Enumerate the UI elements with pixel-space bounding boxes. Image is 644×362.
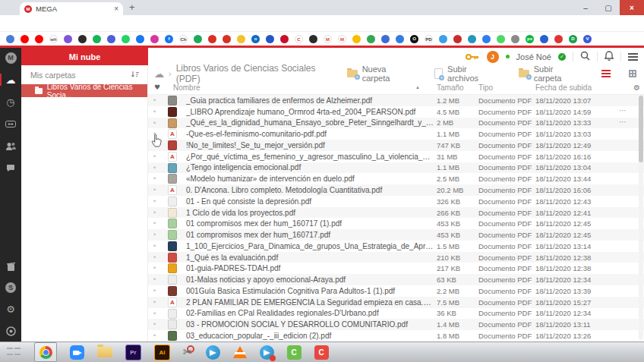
file-name[interactable]: 01 compromisos mex der hum_160717.pdf (186, 231, 434, 239)
contacts-icon[interactable] (5, 140, 17, 152)
list-view-icon[interactable] (601, 70, 611, 77)
bookmark-icon[interactable] (223, 35, 231, 43)
file-name[interactable]: 02-Familias en CPal Realidades regionale… (186, 309, 434, 317)
table-row[interactable]: • ¿Tengo inteligencia emocional.pdf 1.1 … (148, 162, 644, 174)
bookmark-icon[interactable] (21, 35, 29, 43)
notifications-bell-icon[interactable] (605, 50, 614, 64)
table-row[interactable]: • _Guia practica familiares de enfermos … (148, 95, 644, 106)
bookmark-icon[interactable]: PD (425, 35, 433, 43)
bookmark-icon[interactable] (352, 35, 361, 43)
file-name[interactable]: _Qué_es_la_dignidad_humana_Ensayo_sobre_… (186, 118, 434, 127)
sort-icon[interactable] (131, 71, 140, 80)
column-settings-gear-icon[interactable]: ⚙ (633, 83, 640, 92)
taskbar-camtasia-recorder-icon[interactable]: C (314, 345, 329, 360)
new-folder-button[interactable]: + Nueva carpeta (347, 65, 416, 83)
bookmark-icon[interactable] (6, 35, 14, 43)
table-row[interactable]: • 01 compromisos mex der hum_160717 (1).… (148, 218, 644, 229)
favorite-dot-icon[interactable]: • (153, 96, 156, 104)
favorite-dot-icon[interactable]: • (153, 275, 156, 283)
taskbar-snipping-icon[interactable]: ✂ (183, 345, 193, 359)
bookmark-icon[interactable]: px (526, 35, 534, 43)
bookmark-icon[interactable] (194, 35, 202, 43)
table-row[interactable]: • _Qué_es_la_dignidad_humana_Ensayo_sobr… (148, 118, 644, 129)
favorite-dot-icon[interactable]: • (153, 242, 156, 250)
file-name[interactable]: 2 PLAN FAMILIAR DE EMERGENCIA La Segurid… (186, 298, 434, 307)
row-menu-button[interactable]: ⋯ (619, 106, 627, 115)
favorite-dot-icon[interactable]: • (153, 310, 156, 317)
bookmark-icon[interactable]: wh (49, 35, 58, 43)
favorite-dot-icon[interactable]: • (153, 219, 156, 227)
bookmark-icon[interactable]: o (251, 35, 260, 43)
table-row[interactable]: • 1_Qué es la evaluación.pdf 210 KB Docu… (148, 252, 644, 263)
row-menu-button[interactable]: ⋯ (619, 118, 627, 126)
mega-logo-icon[interactable]: M (5, 52, 17, 64)
trash-icon[interactable] (5, 260, 17, 272)
user-name[interactable]: José Noé (516, 52, 551, 61)
favorite-dot-icon[interactable]: • (153, 231, 156, 238)
bookmark-icon[interactable] (150, 35, 159, 43)
start-button[interactable] (6, 346, 21, 358)
cloud-drive-icon[interactable]: ☁ (5, 74, 17, 86)
column-header-name[interactable]: Nombre (173, 83, 200, 92)
sidebar-item-selected-folder[interactable]: Libros Varios de Ciencias Socia... (21, 84, 147, 97)
bookmark-icon[interactable] (208, 35, 216, 43)
favorite-heart-icon[interactable]: ♥ (154, 83, 160, 91)
menu-hamburger-icon[interactable] (628, 53, 638, 61)
help-icon[interactable] (5, 325, 17, 337)
bookmark-icon[interactable]: O (410, 35, 418, 43)
favorite-dot-icon[interactable]: • (153, 153, 156, 160)
bookmark-icon[interactable] (511, 35, 519, 43)
bookmark-icon[interactable] (540, 35, 548, 43)
favorite-dot-icon[interactable]: • (153, 186, 156, 194)
bookmark-icon[interactable] (309, 35, 317, 43)
bookmark-icon[interactable] (482, 35, 491, 43)
favorite-dot-icon[interactable]: • (153, 320, 156, 328)
taskbar-telegram-icon[interactable] (206, 345, 220, 360)
table-row[interactable]: • 1_100_Ejercicios_Para_Dinamica_de_grup… (148, 241, 644, 252)
bookmark-icon[interactable] (280, 35, 289, 43)
favorite-dot-icon[interactable]: • (153, 175, 156, 182)
bookmark-icon[interactable] (266, 35, 274, 43)
column-header-size[interactable]: Tamaño (437, 83, 464, 92)
file-name[interactable]: 01 compromisos mex der hum_160717 (1).pd… (186, 219, 434, 228)
upload-files-button[interactable]: + Subir archivos (434, 65, 500, 83)
table-row[interactable]: • A ¿Por_qué_víctima_es_femenino_y_agres… (148, 151, 644, 162)
table-row[interactable]: • _LIBRO Aprendizaje humano_Ormrod 4rta-… (148, 106, 644, 118)
bookmark-icon[interactable] (122, 35, 130, 43)
close-button[interactable]: × (620, 0, 644, 15)
minimize-button[interactable]: – (574, 0, 597, 15)
table-row[interactable]: • 01-Malas noticias y apoyo emocional-Ar… (148, 274, 644, 285)
taskbar-premiere-icon[interactable]: Pr (125, 345, 141, 360)
bookmark-icon[interactable] (381, 35, 390, 43)
taskbar-telegram-badge-icon[interactable] (260, 345, 274, 360)
bookmark-icon[interactable] (237, 35, 245, 43)
file-name[interactable]: 001Guía Basica Estimulación Cognitiva Pa… (186, 287, 434, 295)
new-tab-button[interactable]: + (129, 2, 135, 13)
table-row[interactable]: • 01 compromisos mex der hum_160717.pdf … (148, 229, 644, 241)
taskbar-illustrator-icon[interactable]: Ai (154, 345, 170, 360)
file-name[interactable]: 0. D'Ancona. Libro completo. Metodología… (186, 186, 434, 194)
table-row[interactable]: • A 2 PLAN FAMILIAR DE EMERGENCIA La Seg… (148, 297, 644, 308)
file-name[interactable]: 1_Qué es la evaluación.pdf (186, 253, 434, 262)
file-name[interactable]: 1_100_Ejercicios_Para_Dinamica_de_grupos… (186, 242, 434, 250)
bookmark-icon[interactable] (453, 35, 462, 43)
bookmark-icon[interactable]: Ch (179, 35, 188, 43)
table-row[interactable]: • !No_te_limites!_Se_tu_mejor_versión.pd… (148, 140, 644, 151)
maximize-button[interactable]: ▢ (597, 0, 620, 15)
file-name[interactable]: 1 Ciclo de vida los proyectos.pdf (186, 209, 434, 217)
bookmark-icon[interactable]: V (583, 35, 592, 43)
scrollbar-thumb[interactable] (639, 96, 643, 162)
file-name[interactable]: 03_educacion_popular_-_iii_edicion (2).p… (186, 332, 434, 340)
file-name[interactable]: !No_te_limites!_Se_tu_mejor_versión.pdf (186, 141, 434, 150)
table-row[interactable]: • 01-guia-PADRES-TDAH.pdf 217 KB Documen… (148, 263, 644, 274)
sort-ascending-icon[interactable]: ▲ (415, 85, 420, 90)
file-name[interactable]: ¿Por_qué_víctima_es_femenino_y_agresor_m… (186, 153, 434, 161)
favorite-dot-icon[interactable]: • (153, 164, 156, 172)
file-name[interactable]: -Que-es-el-feminismo-comunitario-pdf.pdf (186, 130, 434, 138)
table-row[interactable]: • A -Que-es-el-feminismo-comunitario-pdf… (148, 128, 644, 140)
taskbar-chrome-icon[interactable] (34, 342, 57, 362)
file-name[interactable]: _LIBRO Aprendizaje humano_Ormrod 4rta-ed… (186, 108, 434, 116)
shared-links-icon[interactable] (5, 118, 17, 130)
taskbar-zoom-icon[interactable] (70, 345, 84, 360)
favorite-dot-icon[interactable]: • (153, 197, 156, 205)
